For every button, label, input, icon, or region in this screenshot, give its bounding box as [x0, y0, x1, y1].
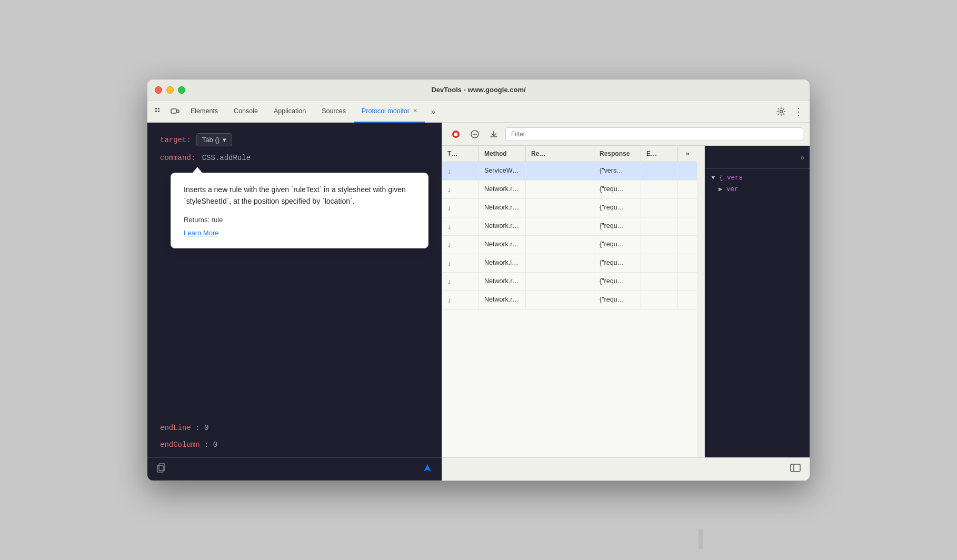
left-bottom-bar — [147, 457, 442, 481]
target-dropdown[interactable]: Tab () ▾ — [196, 133, 232, 146]
row-extra — [678, 181, 697, 198]
table-body: ↓ ServiceWo… {"vers… ↓ Network.re… — [442, 162, 697, 457]
row-response: {"requ… — [594, 254, 641, 272]
more-options-button[interactable]: ⋮ — [791, 104, 805, 119]
table-row[interactable]: ↓ Network.re… {"requ… — [442, 236, 697, 254]
col-header-request: Re… — [526, 146, 594, 162]
table-row[interactable]: ↓ Network.re… {"requ… — [442, 181, 697, 199]
json-viewer-content: ▼ { vers ▶ ver — [705, 169, 810, 202]
table-header: T… Method Re… Response E… » — [442, 146, 697, 162]
svg-rect-2 — [155, 111, 157, 112]
tab-protocol-monitor[interactable]: Protocol monitor ✕ — [354, 101, 425, 123]
row-request — [526, 291, 594, 309]
row-type: ↓ — [442, 181, 479, 198]
tab-application[interactable]: Application — [266, 101, 313, 123]
row-type: ↓ — [442, 217, 479, 235]
table-row[interactable]: ↓ Network.lo… {"requ… — [442, 254, 697, 273]
row-request — [526, 162, 594, 180]
tab-close-icon[interactable]: ✕ — [413, 107, 417, 114]
target-label: target: — [160, 136, 191, 144]
row-extra — [678, 273, 697, 291]
row-request — [526, 199, 594, 217]
row-response: {"requ… — [594, 217, 641, 235]
tooltip-description: Inserts a new rule with the given `ruleT… — [184, 184, 415, 207]
row-method: ServiceWo… — [479, 162, 526, 180]
row-extra — [678, 199, 697, 217]
row-type: ↓ — [442, 162, 479, 180]
tab-sources[interactable]: Sources — [314, 101, 353, 123]
row-request — [526, 217, 594, 235]
clear-button[interactable] — [467, 127, 482, 142]
row-method: Network.re… — [479, 236, 526, 254]
svg-rect-7 — [157, 465, 163, 472]
col-header-type: T… — [442, 146, 479, 162]
send-button[interactable] — [422, 462, 433, 476]
expand-icon[interactable]: » — [800, 153, 804, 162]
learn-more-link[interactable]: Learn More — [184, 229, 218, 237]
svg-rect-4 — [171, 109, 176, 113]
row-method: Network.re… — [479, 181, 526, 198]
row-method: Network.re… — [479, 217, 526, 235]
param-end-column: endColumn : 0 — [160, 441, 429, 449]
row-response: {"requ… — [594, 199, 641, 217]
more-tabs-icon[interactable]: » — [426, 104, 441, 119]
tab-elements[interactable]: Elements — [183, 101, 225, 123]
stop-recording-button[interactable] — [448, 127, 463, 142]
row-extra — [678, 162, 697, 180]
col-header-elapsed: E… — [641, 146, 678, 162]
col-header-response: Response — [594, 146, 641, 162]
svg-rect-11 — [454, 133, 457, 136]
row-response: {"requ… — [594, 181, 641, 198]
titlebar: DevTools - www.google.com/ — [147, 79, 810, 101]
right-panel-inner: T… Method Re… Response E… » ↓ ServiceWo… — [442, 146, 810, 457]
row-type: ↓ — [442, 199, 479, 217]
row-request — [526, 236, 594, 254]
row-elapsed — [641, 291, 678, 309]
save-button[interactable] — [486, 127, 501, 142]
param-end-line: endLine : 0 — [160, 424, 429, 432]
row-elapsed — [641, 162, 678, 180]
row-method: Network.re… — [479, 273, 526, 291]
tooltip-box: Inserts a new rule with the given `ruleT… — [171, 173, 428, 248]
dropdown-arrow-icon: ▾ — [223, 136, 226, 144]
minimize-button[interactable] — [166, 86, 174, 94]
json-viewer-panel: » ▼ { vers ▶ ver — [704, 146, 810, 457]
device-toggle-icon[interactable] — [167, 104, 182, 119]
row-type: ↓ — [442, 254, 479, 272]
row-response: {"requ… — [594, 273, 641, 291]
svg-marker-9 — [424, 464, 431, 472]
svg-rect-14 — [791, 464, 800, 472]
row-elapsed — [641, 236, 678, 254]
svg-rect-3 — [158, 111, 160, 112]
row-method: Network.re… — [479, 199, 526, 217]
tab-console[interactable]: Console — [226, 101, 265, 123]
row-extra — [678, 254, 697, 272]
row-response: {"vers… — [594, 162, 641, 180]
collapse-panel-button[interactable] — [790, 462, 801, 476]
target-row: target: Tab () ▾ — [160, 133, 429, 146]
row-elapsed — [641, 273, 678, 291]
row-type: ↓ — [442, 236, 479, 254]
filter-input[interactable] — [505, 127, 803, 141]
settings-button[interactable] — [774, 104, 789, 119]
table-section: T… Method Re… Response E… » ↓ ServiceWo… — [442, 146, 697, 457]
close-button[interactable] — [155, 86, 162, 94]
table-row[interactable]: ↓ Network.re… {"requ… — [442, 291, 697, 309]
row-extra — [678, 291, 697, 309]
row-extra — [678, 236, 697, 254]
scrollbar[interactable] — [697, 146, 704, 457]
right-toolbar — [442, 123, 810, 146]
window-title: DevTools - www.google.com/ — [431, 86, 525, 94]
copy-icon[interactable] — [156, 463, 166, 476]
maximize-button[interactable] — [178, 86, 185, 94]
svg-rect-1 — [158, 108, 160, 109]
traffic-lights — [155, 86, 185, 94]
row-type: ↓ — [442, 273, 479, 291]
table-row[interactable]: ↓ Network.re… {"requ… — [442, 217, 697, 236]
main-content: target: Tab () ▾ command: CSS.addRule In… — [147, 123, 810, 481]
table-row[interactable]: ↓ Network.re… {"requ… — [442, 273, 697, 291]
svg-rect-8 — [159, 464, 165, 471]
table-row[interactable]: ↓ Network.re… {"requ… — [442, 199, 697, 217]
table-row[interactable]: ↓ ServiceWo… {"vers… — [442, 162, 697, 181]
cursor-icon[interactable] — [152, 104, 166, 119]
